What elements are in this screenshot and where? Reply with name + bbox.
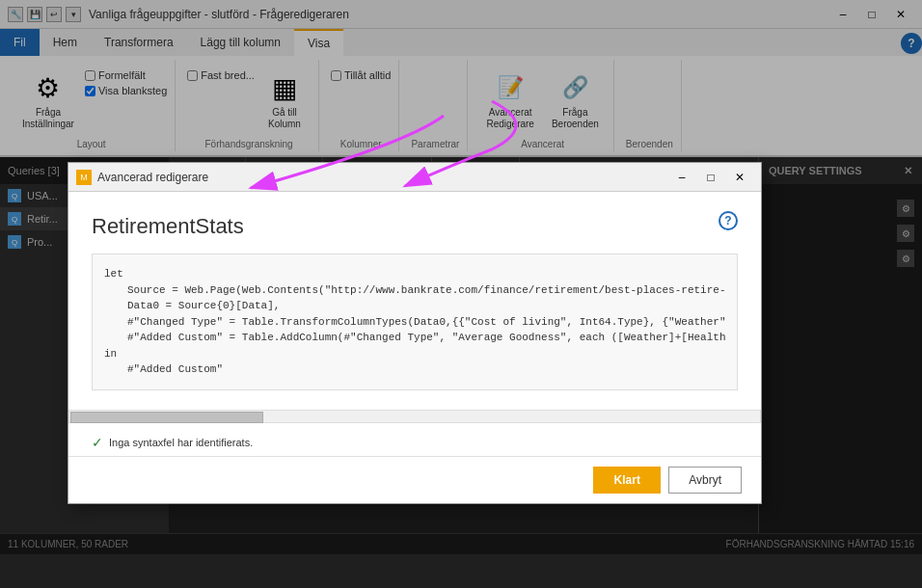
modal-footer: Klart Avbryt <box>68 456 761 503</box>
status-check-icon: ✓ <box>92 435 103 450</box>
status-text: Inga syntaxfel har identifierats. <box>109 437 253 448</box>
modal-overlay: M Avancerad redigerare – □ ✕ RetirementS… <box>0 0 922 588</box>
code-line-6: in <box>104 346 725 362</box>
modal-scrollbar-thumb[interactable] <box>70 412 263 423</box>
modal-scrollbar[interactable] <box>68 410 761 423</box>
code-line-3: Data0 = Source{0}[Data], <box>127 298 725 314</box>
code-line-2: Source = Web.Page(Web.Contents("http://w… <box>127 282 725 299</box>
modal-title-bar: M Avancerad redigerare – □ ✕ <box>68 163 761 192</box>
modal-body: RetirementStats ? let Source = Web.Page(… <box>68 192 761 410</box>
ok-button[interactable]: Klart <box>593 467 661 494</box>
modal-title-text: Avancerad redigerare <box>97 171 668 184</box>
code-line-5: #"Added Custom" = Table.AddColumn(#"Chan… <box>127 330 725 346</box>
advanced-editor-modal: M Avancerad redigerare – □ ✕ RetirementS… <box>68 162 762 504</box>
modal-status: ✓ Inga syntaxfel har identifierats. <box>68 429 761 456</box>
code-line-4: #"Changed Type" = Table.TransformColumnT… <box>127 314 725 331</box>
modal-help-icon[interactable]: ? <box>719 211 738 230</box>
modal-controls: – □ ✕ <box>668 167 753 188</box>
modal-query-name: RetirementStats <box>92 214 244 239</box>
modal-minimize-button[interactable]: – <box>668 167 695 188</box>
code-editor[interactable]: let Source = Web.Page(Web.Contents("http… <box>92 254 738 390</box>
code-line-1: let <box>104 266 725 282</box>
modal-query-title: RetirementStats ? <box>92 211 738 242</box>
modal-title-icon: M <box>76 170 92 185</box>
modal-maximize-button[interactable]: □ <box>697 167 724 188</box>
code-line-7: #"Added Custom" <box>127 361 725 378</box>
modal-close-button[interactable]: ✕ <box>726 167 753 188</box>
cancel-button[interactable]: Avbryt <box>668 467 742 494</box>
